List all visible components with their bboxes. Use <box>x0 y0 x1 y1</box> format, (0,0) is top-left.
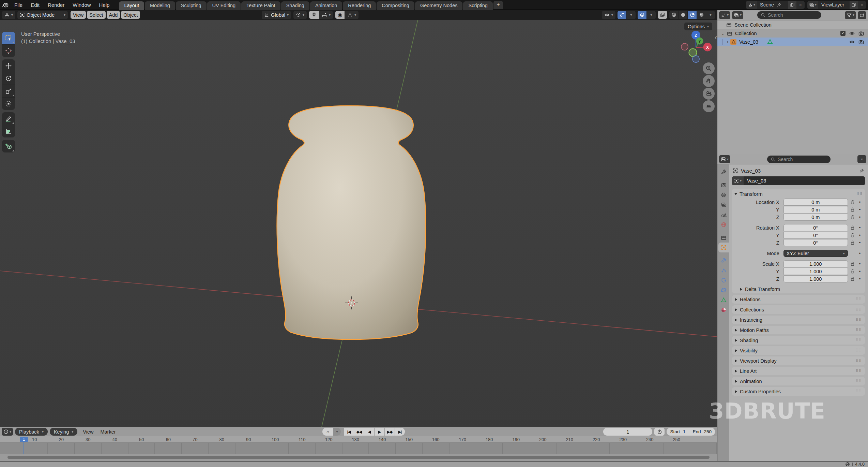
proportional-falloff-dropdown[interactable]: ▾ <box>345 11 359 19</box>
lock-icon[interactable] <box>848 215 857 220</box>
workspace-tab[interactable]: Modeling <box>145 1 175 10</box>
workspace-tab[interactable]: Scripting <box>463 1 492 10</box>
workspace-tab[interactable]: Rendering <box>343 1 376 10</box>
lock-icon[interactable] <box>848 225 857 230</box>
lock-icon[interactable] <box>848 240 857 245</box>
workspace-tab[interactable]: Sculpting <box>176 1 207 10</box>
workspace-tab[interactable]: Animation <box>310 1 342 10</box>
lock-icon[interactable] <box>848 200 857 205</box>
transport-button[interactable]: ▶◆ <box>385 428 395 436</box>
transform-value-field[interactable]: 1.000 ▾ <box>783 260 848 267</box>
show-overlays-toggle[interactable] <box>638 11 646 19</box>
lock-icon[interactable] <box>848 276 857 281</box>
shading-material-preview-button[interactable] <box>688 11 697 19</box>
object-name-field[interactable]: ▾ Vase_03 <box>732 176 865 185</box>
proportional-editing-toggle[interactable]: ◉ <box>335 11 345 19</box>
tab-material[interactable] <box>718 305 729 315</box>
timeline-editor-type-dropdown[interactable]: ▾ <box>2 428 13 436</box>
animate-decorator-icon[interactable]: • <box>857 233 863 238</box>
workspace-tab[interactable]: Geometry Nodes <box>415 1 463 10</box>
gizmo-settings-dropdown[interactable]: ▾ <box>627 11 636 19</box>
animate-decorator-icon[interactable]: • <box>857 200 863 205</box>
transform-value-field[interactable]: 0° ▾ <box>783 232 848 239</box>
menu-item[interactable]: File <box>10 0 27 10</box>
animate-decorator-icon[interactable]: • <box>857 207 863 212</box>
workspace-tab[interactable]: UV Editing <box>207 1 241 10</box>
shading-rendered-button[interactable] <box>697 11 706 19</box>
drag-handle-icon[interactable]: ⠿⠿ <box>856 328 862 332</box>
hide-eye-icon[interactable] <box>849 39 855 45</box>
viewport-3d[interactable]: User Perspective (1) Collection | Vase_0… <box>0 20 717 427</box>
expand-arrow-icon[interactable]: ⌄ <box>720 31 726 36</box>
hide-eye-icon[interactable] <box>849 31 855 36</box>
show-gizmo-toggle[interactable] <box>618 11 626 19</box>
xray-toggle[interactable] <box>658 11 667 19</box>
tab-constraints[interactable] <box>718 285 729 295</box>
properties-editor-type-dropdown[interactable]: ▾ <box>719 155 730 163</box>
transform-value-field[interactable]: 0 m ▾ <box>783 214 848 221</box>
navigation-gizmo[interactable]: Z Y X <box>679 26 716 67</box>
drag-handle-icon[interactable]: ⠿⠿ <box>856 318 862 322</box>
timeline-menu-item[interactable]: Marker <box>97 429 119 435</box>
collapsed-panel[interactable]: Collections ⠿⠿ <box>732 305 865 314</box>
transform-value-field[interactable]: 0 m ▾ <box>783 199 848 206</box>
tab-collection[interactable] <box>718 233 729 243</box>
snap-toggle[interactable] <box>309 11 319 19</box>
current-frame-marker[interactable]: 1 <box>20 437 28 442</box>
keying-set-dropdown[interactable]: ▾ <box>333 428 341 436</box>
tool-scale[interactable] <box>2 85 15 97</box>
blender-logo-icon[interactable] <box>0 0 10 10</box>
tab-tool[interactable] <box>718 167 729 177</box>
animate-decorator-icon[interactable]: • <box>857 215 863 220</box>
collapsed-panel[interactable]: Instancing ⠿⠿ <box>732 316 865 324</box>
use-preview-range-button[interactable] <box>654 428 665 436</box>
scene-name[interactable]: Scene <box>760 2 774 8</box>
tab-render[interactable] <box>718 180 729 190</box>
collapsed-panel[interactable]: Visibility ⠿⠿ <box>732 346 865 355</box>
collapsed-panel[interactable]: Line Art ⠿⠿ <box>732 367 865 375</box>
delta-transform-subpanel[interactable]: Delta Transform <box>732 285 865 293</box>
animate-decorator-icon[interactable]: • <box>857 240 863 245</box>
outliner-filter-dropdown[interactable]: ▾ <box>845 11 856 19</box>
tool-cursor[interactable] <box>2 44 15 57</box>
viewlayer-browse-button[interactable]: ▾ <box>807 1 818 9</box>
camera-view-button[interactable] <box>703 88 715 100</box>
drag-handle-icon[interactable]: ⠿⠿ <box>856 307 862 312</box>
new-collection-button[interactable] <box>858 11 866 19</box>
drag-handle-icon[interactable]: ⠿⠿ <box>856 338 862 342</box>
collapsed-panel[interactable]: Animation ⠿⠿ <box>732 377 865 385</box>
drag-handle-icon[interactable]: ⠿⠿ <box>856 369 862 373</box>
timeline-menu-item[interactable]: View <box>79 429 97 435</box>
timeline-ruler[interactable]: 1020304050607080901001101201301401501601… <box>0 436 717 442</box>
transform-value-field[interactable]: 1.000 ▾ <box>783 268 848 275</box>
outliner-row-vase[interactable]: │ › Vase_03 <box>717 38 868 46</box>
tool-annotate[interactable] <box>2 112 15 125</box>
lock-icon[interactable] <box>848 207 857 212</box>
drag-handle-icon[interactable]: ⠿⠿ <box>856 379 862 383</box>
lock-icon[interactable] <box>848 269 857 274</box>
viewport-menu-item[interactable]: View <box>71 11 86 19</box>
pan-hand-button[interactable] <box>703 75 715 87</box>
outliner-row-scene-collection[interactable]: Scene Collection <box>717 20 868 29</box>
viewport-menu-item[interactable]: Select <box>87 11 105 19</box>
add-workspace-button[interactable]: + <box>493 1 503 9</box>
transport-button[interactable]: ◆◀ <box>354 428 364 436</box>
shading-settings-dropdown[interactable]: ▾ <box>706 11 715 19</box>
outliner-display-mode-dropdown[interactable]: ▾ <box>719 11 730 19</box>
collapsed-panel[interactable]: Relations ⠿⠿ <box>732 295 865 304</box>
transport-button[interactable]: ▶| <box>395 428 405 436</box>
menu-item[interactable]: Render <box>44 0 68 10</box>
viewport-menu-item[interactable]: Add <box>107 11 120 19</box>
shading-wireframe-button[interactable] <box>669 11 678 19</box>
tab-modifiers[interactable] <box>718 256 729 265</box>
shading-solid-button[interactable] <box>679 11 687 19</box>
scene-browse-button[interactable]: ▾ <box>746 1 757 9</box>
properties-search-input[interactable]: Search <box>767 156 831 163</box>
lock-icon[interactable] <box>848 261 857 266</box>
auto-keying-toggle[interactable]: ○ <box>322 428 333 436</box>
transform-value-field[interactable]: 1.000 ▾ <box>783 275 848 282</box>
lock-icon[interactable] <box>848 233 857 238</box>
tool-select-box[interactable] <box>2 32 15 44</box>
snap-target-dropdown[interactable]: ▾ <box>319 11 333 19</box>
properties-options-dropdown[interactable]: ▾ <box>857 155 866 163</box>
